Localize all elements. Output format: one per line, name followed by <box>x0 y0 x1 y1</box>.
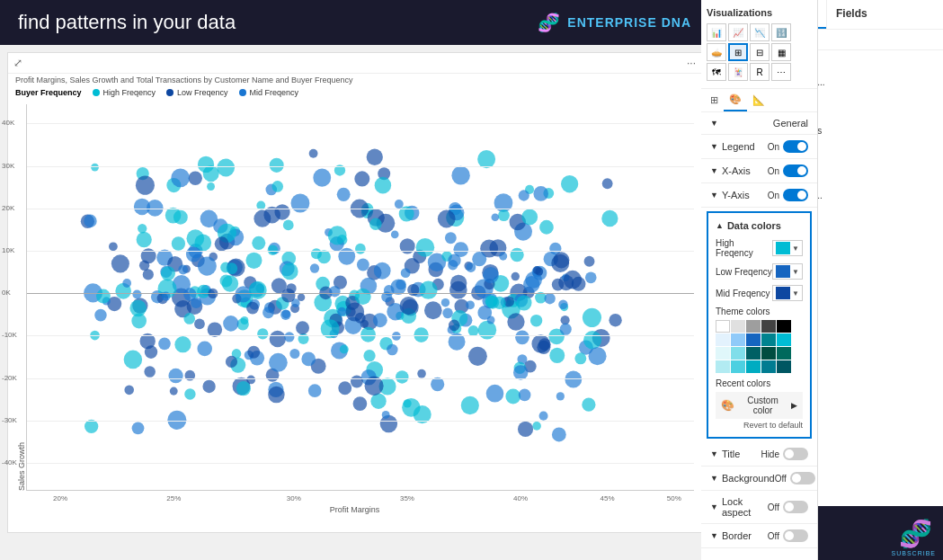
theme-color-cell[interactable] <box>761 320 776 333</box>
title-section[interactable]: ▼ Title Hide <box>701 442 817 466</box>
theme-color-cell[interactable] <box>746 320 761 333</box>
legend-section[interactable]: ▼ Legend On <box>701 135 817 158</box>
scatter-dot <box>298 293 305 301</box>
scatter-dot <box>533 186 548 201</box>
scatter-dot <box>96 289 111 304</box>
theme-color-cell[interactable] <box>777 320 791 333</box>
theme-color-cell[interactable] <box>716 333 730 346</box>
scatter-dot <box>552 427 566 441</box>
viz-icon-area[interactable]: 📉 <box>750 23 770 41</box>
viz-icon-table[interactable]: ⊟ <box>750 43 770 61</box>
theme-color-cell[interactable] <box>731 320 745 333</box>
theme-color-cell[interactable] <box>777 333 791 346</box>
viz-icon-card[interactable]: 🃏 <box>728 63 748 81</box>
viz-icon-matrix[interactable]: ▦ <box>771 43 791 61</box>
subscribe-icon[interactable]: 🧬 <box>899 518 932 549</box>
format-tab-format[interactable]: 🎨 <box>724 89 747 111</box>
scatter-dot <box>609 314 621 327</box>
viz-icon-stacked[interactable]: 🔢 <box>771 23 791 41</box>
scatter-dot <box>556 392 565 400</box>
theme-color-cell[interactable] <box>716 347 730 360</box>
scatter-dot <box>252 236 265 250</box>
scatter-dot <box>313 169 331 187</box>
revert-button[interactable]: Revert to default <box>716 421 803 430</box>
expand-icon[interactable]: ⤢ <box>13 57 22 69</box>
color-swatch-high[interactable]: ▼ <box>772 240 803 256</box>
scatter-dot <box>226 356 237 368</box>
scatter-dot <box>337 307 346 316</box>
background-section[interactable]: ▼ Background Off <box>701 467 817 490</box>
more-icon[interactable]: ··· <box>687 57 696 69</box>
scatter-dot <box>329 286 340 298</box>
scatter-dot <box>94 309 107 322</box>
scatter-dot <box>519 389 531 402</box>
logo-area: 🧬 ENTERPRISE DNA <box>538 12 691 33</box>
scatter-dot <box>507 313 524 330</box>
chart-subtitle: Profit Margins, Sales Growth and Total T… <box>8 74 701 86</box>
scatter-dot <box>143 269 154 280</box>
scatter-dot <box>442 308 453 319</box>
scatter-dot <box>400 297 418 315</box>
theme-color-cell[interactable] <box>716 320 730 333</box>
viz-format-panel: Visualizations 📊 📈 📉 🔢 🥧 ⊞ ⊟ ▦ 🗺 🃏 R ⋯ ⊞… <box>701 0 818 560</box>
color-swatch-low[interactable]: ▼ <box>772 263 803 280</box>
scatter-dot <box>197 342 212 357</box>
theme-color-cell[interactable] <box>716 360 730 373</box>
tab-fields[interactable]: Fields <box>826 0 943 29</box>
scatter-dot <box>129 299 147 316</box>
scatter-dot <box>161 266 175 280</box>
format-tab-fields[interactable]: ⊞ <box>705 89 724 111</box>
theme-color-cell[interactable] <box>731 347 745 360</box>
subscribe-label[interactable]: SUBSCRIBE <box>892 550 936 556</box>
color-swatch-mid[interactable]: ▼ <box>772 285 803 301</box>
custom-color-button[interactable]: 🎨 Custom color ▶ <box>716 392 803 419</box>
scatter-dot <box>84 215 96 228</box>
x-axis-section[interactable]: ▼ X-Axis On <box>701 159 817 182</box>
scatter-dot <box>184 388 195 400</box>
theme-color-cell[interactable] <box>777 360 791 373</box>
scatter-dot <box>365 377 384 396</box>
theme-color-cell[interactable] <box>746 347 761 360</box>
chart-panel: ⤢ ··· Profit Margins, Sales Growth and T… <box>7 52 702 533</box>
legend-item-mid: Mid Freqency <box>239 88 299 97</box>
scatter-dot <box>424 301 442 319</box>
theme-color-cell[interactable] <box>761 347 776 360</box>
logo-text: ENTERPRISE DNA <box>567 15 691 30</box>
scatter-dot <box>270 331 286 347</box>
viz-icon-pie[interactable]: 🥧 <box>707 43 726 61</box>
border-section[interactable]: ▼ Border Off <box>701 524 817 547</box>
theme-color-cell[interactable] <box>761 333 776 346</box>
scatter-dot <box>518 422 533 437</box>
scatter-dot <box>585 271 597 283</box>
viz-icon-r[interactable]: R <box>750 63 770 81</box>
scatter-dot <box>486 385 504 403</box>
scatter-dot <box>537 341 550 354</box>
viz-icon-scatter-active[interactable]: ⊞ <box>728 43 748 61</box>
data-colors-header[interactable]: ▲ Data colors <box>716 220 803 231</box>
format-tab-analytics[interactable]: 📐 <box>747 89 770 111</box>
scatter-dot <box>395 200 404 209</box>
theme-color-cell[interactable] <box>746 333 761 346</box>
viz-icon-more[interactable]: ⋯ <box>771 63 791 81</box>
theme-color-cell[interactable] <box>746 360 761 373</box>
scatter-dot <box>449 320 459 332</box>
scatter-dot <box>268 387 284 404</box>
theme-color-cell[interactable] <box>731 360 745 373</box>
scatter-dot <box>498 209 510 221</box>
viz-icon-line[interactable]: 📈 <box>728 23 748 41</box>
theme-color-cell[interactable] <box>761 360 776 373</box>
general-section[interactable]: ▼ General <box>701 112 817 134</box>
legend-item-low: Low Freqency <box>166 88 228 97</box>
viz-icon-map[interactable]: 🗺 <box>707 63 726 81</box>
theme-color-cell[interactable] <box>777 347 791 360</box>
viz-icon-bar[interactable]: 📊 <box>707 23 726 41</box>
lock-aspect-section[interactable]: ▼ Lock aspect Off <box>701 491 817 523</box>
x-axis-label: Profit Margins <box>8 505 701 514</box>
theme-color-cell[interactable] <box>731 333 745 346</box>
scatter-dot <box>560 324 572 335</box>
y-axis-section[interactable]: ▼ Y-Axis On <box>701 183 817 207</box>
scatter-dot <box>289 349 299 359</box>
scatter-dot <box>396 370 408 384</box>
scatter-dot <box>445 232 457 244</box>
scatter-dot <box>468 325 479 336</box>
